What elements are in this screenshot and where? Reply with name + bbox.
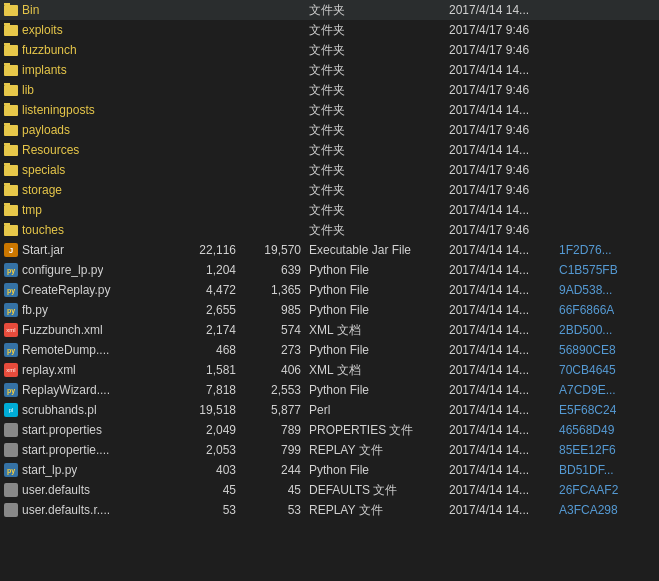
- file-date: 2017/4/14 14...: [449, 243, 559, 257]
- file-type: Python File: [309, 383, 449, 397]
- file-size: 45: [179, 483, 244, 497]
- file-type: Python File: [309, 283, 449, 297]
- file-type: 文件夹: [309, 162, 449, 179]
- file-size: 468: [179, 343, 244, 357]
- file-size: 53: [179, 503, 244, 517]
- file-name-text: fb.py: [22, 303, 48, 317]
- file-date: 2017/4/14 14...: [449, 283, 559, 297]
- file-size: 4,472: [179, 283, 244, 297]
- file-name: implants: [4, 63, 179, 77]
- python-icon: py: [4, 383, 18, 397]
- file-name: start.propertie....: [4, 443, 179, 457]
- file-date: 2017/4/14 14...: [449, 423, 559, 437]
- python-icon: py: [4, 343, 18, 357]
- file-hash: E5F68C24: [559, 403, 616, 417]
- list-item[interactable]: xml Fuzzbunch.xml 2,174 574 XML 文档 2017/…: [0, 320, 659, 340]
- list-item[interactable]: exploits 文件夹 2017/4/17 9:46: [0, 20, 659, 40]
- list-item[interactable]: payloads 文件夹 2017/4/17 9:46: [0, 120, 659, 140]
- generic-icon: [4, 503, 18, 517]
- file-name-text: tmp: [22, 203, 42, 217]
- list-item[interactable]: user.defaults 45 45 DEFAULTS 文件 2017/4/1…: [0, 480, 659, 500]
- file-name-text: implants: [22, 63, 67, 77]
- file-name-text: start.propertie....: [22, 443, 109, 457]
- list-item[interactable]: J Start.jar 22,116 19,570 Executable Jar…: [0, 240, 659, 260]
- file-compressed: 406: [244, 363, 309, 377]
- file-size: 22,116: [179, 243, 244, 257]
- python-icon: py: [4, 463, 18, 477]
- file-name-text: scrubhands.pl: [22, 403, 97, 417]
- list-item[interactable]: listeningposts 文件夹 2017/4/14 14...: [0, 100, 659, 120]
- file-date: 2017/4/14 14...: [449, 263, 559, 277]
- file-name: py ReplayWizard....: [4, 383, 179, 397]
- file-name-text: replay.xml: [22, 363, 76, 377]
- list-item[interactable]: py start_lp.py 403 244 Python File 2017/…: [0, 460, 659, 480]
- folder-icon: [4, 63, 18, 77]
- list-item[interactable]: pl scrubhands.pl 19,518 5,877 Perl 2017/…: [0, 400, 659, 420]
- file-size: 2,053: [179, 443, 244, 457]
- file-type: XML 文档: [309, 362, 449, 379]
- list-item[interactable]: specials 文件夹 2017/4/17 9:46: [0, 160, 659, 180]
- list-item[interactable]: py ReplayWizard.... 7,818 2,553 Python F…: [0, 380, 659, 400]
- file-name: py CreateReplay.py: [4, 283, 179, 297]
- file-size: 2,174: [179, 323, 244, 337]
- file-name-text: exploits: [22, 23, 63, 37]
- file-hash: 56890CE8: [559, 343, 616, 357]
- file-compressed: 2,553: [244, 383, 309, 397]
- file-name: xml replay.xml: [4, 363, 179, 377]
- file-hash: A3FCA298: [559, 503, 618, 517]
- file-compressed: 985: [244, 303, 309, 317]
- file-name-text: touches: [22, 223, 64, 237]
- list-item[interactable]: lib 文件夹 2017/4/17 9:46: [0, 80, 659, 100]
- file-hash: 66F6866A: [559, 303, 614, 317]
- file-name: fuzzbunch: [4, 43, 179, 57]
- prop-icon: [4, 423, 18, 437]
- file-date: 2017/4/14 14...: [449, 503, 559, 517]
- list-item[interactable]: py RemoteDump.... 468 273 Python File 20…: [0, 340, 659, 360]
- file-name: touches: [4, 223, 179, 237]
- file-date: 2017/4/14 14...: [449, 383, 559, 397]
- file-name-text: start_lp.py: [22, 463, 77, 477]
- list-item[interactable]: Resources 文件夹 2017/4/14 14...: [0, 140, 659, 160]
- list-item[interactable]: xml replay.xml 1,581 406 XML 文档 2017/4/1…: [0, 360, 659, 380]
- file-name-text: specials: [22, 163, 65, 177]
- list-item[interactable]: fuzzbunch 文件夹 2017/4/17 9:46: [0, 40, 659, 60]
- list-item[interactable]: start.properties 2,049 789 PROPERTIES 文件…: [0, 420, 659, 440]
- file-size: 1,204: [179, 263, 244, 277]
- file-type: Python File: [309, 303, 449, 317]
- file-compressed: 574: [244, 323, 309, 337]
- file-hash: 70CB4645: [559, 363, 616, 377]
- file-date: 2017/4/14 14...: [449, 463, 559, 477]
- file-name-text: payloads: [22, 123, 70, 137]
- file-date: 2017/4/14 14...: [449, 303, 559, 317]
- list-item[interactable]: py CreateReplay.py 4,472 1,365 Python Fi…: [0, 280, 659, 300]
- prop-icon: [4, 443, 18, 457]
- folder-icon: [4, 143, 18, 157]
- list-item[interactable]: start.propertie.... 2,053 799 REPLAY 文件 …: [0, 440, 659, 460]
- folder-icon: [4, 163, 18, 177]
- file-date: 2017/4/17 9:46: [449, 183, 559, 197]
- folder-icon: [4, 223, 18, 237]
- file-type: 文件夹: [309, 182, 449, 199]
- list-item[interactable]: py fb.py 2,655 985 Python File 2017/4/14…: [0, 300, 659, 320]
- file-date: 2017/4/17 9:46: [449, 23, 559, 37]
- list-item[interactable]: tmp 文件夹 2017/4/14 14...: [0, 200, 659, 220]
- generic-icon: [4, 483, 18, 497]
- file-type: Python File: [309, 263, 449, 277]
- file-compressed: 273: [244, 343, 309, 357]
- file-type: 文件夹: [309, 62, 449, 79]
- file-date: 2017/4/14 14...: [449, 143, 559, 157]
- list-item[interactable]: storage 文件夹 2017/4/17 9:46: [0, 180, 659, 200]
- list-item[interactable]: py configure_lp.py 1,204 639 Python File…: [0, 260, 659, 280]
- file-hash: 2BD500...: [559, 323, 612, 337]
- file-date: 2017/4/14 14...: [449, 63, 559, 77]
- list-item[interactable]: Bin 文件夹 2017/4/14 14...: [0, 0, 659, 20]
- file-name: lib: [4, 83, 179, 97]
- file-type: Python File: [309, 463, 449, 477]
- list-item[interactable]: touches 文件夹 2017/4/17 9:46: [0, 220, 659, 240]
- file-type: Python File: [309, 343, 449, 357]
- file-compressed: 1,365: [244, 283, 309, 297]
- list-item[interactable]: user.defaults.r.... 53 53 REPLAY 文件 2017…: [0, 500, 659, 520]
- file-hash: 9AD538...: [559, 283, 612, 297]
- list-item[interactable]: implants 文件夹 2017/4/14 14...: [0, 60, 659, 80]
- file-date: 2017/4/17 9:46: [449, 123, 559, 137]
